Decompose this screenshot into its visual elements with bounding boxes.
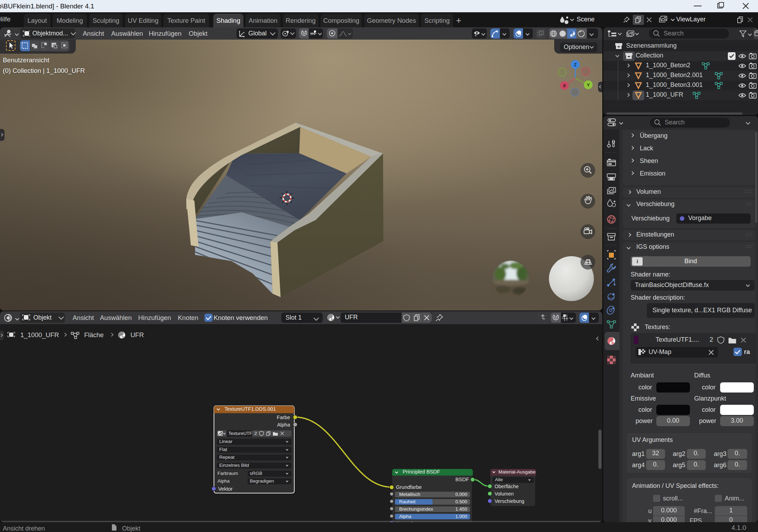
svg-text:X: X bbox=[563, 83, 566, 88]
svg-text:Z: Z bbox=[574, 62, 577, 67]
svg-text:Y: Y bbox=[587, 82, 590, 88]
